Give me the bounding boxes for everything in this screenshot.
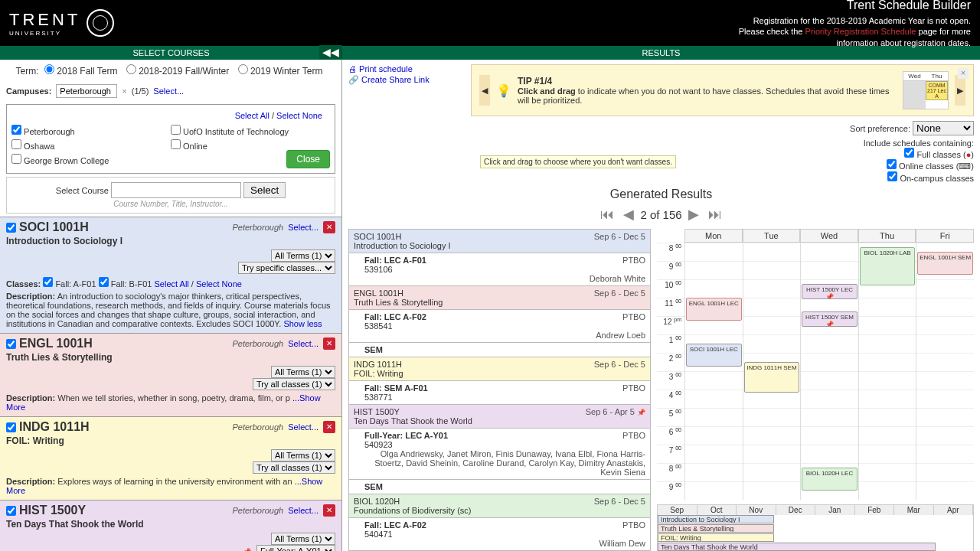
term-opt-1[interactable]: 2018-2019 Fall/Winter — [126, 66, 229, 77]
course-select-link[interactable]: Select... — [288, 339, 318, 348]
term-dropdown[interactable]: All Terms (1) — [271, 449, 335, 461]
day-column[interactable]: HIST 1500Y LEC 📌HIST 1500Y SEM 📌BIOL 102… — [800, 243, 858, 500]
course-search-input[interactable] — [111, 182, 241, 198]
schedule-item[interactable]: Full-Year: LEC A-Y01PTBO540923Olga Andri… — [348, 428, 651, 480]
campus-row: Campuses: × (1/5) Select... — [0, 81, 341, 101]
calendar-block[interactable]: INDG 1011H SEM — [744, 362, 800, 393]
schedule-item[interactable]: Fall: LEC A-F01PTBO539106Deborah White — [348, 253, 651, 286]
priority-link[interactable]: Priority Registration Schedule — [805, 27, 916, 36]
schedule-item[interactable]: SEM — [348, 479, 651, 494]
remove-course-icon[interactable]: ✕ — [323, 421, 335, 433]
tip-prev-icon[interactable]: ◀ — [479, 75, 490, 106]
top-bar: TRENT UNIVERSITY Trent Schedule Builder … — [0, 0, 980, 46]
course-card: ENGL 1001H Peterborough Select... ✕ Trut… — [0, 333, 341, 416]
tip-close-icon[interactable]: × — [958, 68, 969, 79]
schedule-item[interactable]: Sep 6 - Dec 5INDG 1011HFOIL: Writing — [348, 357, 651, 381]
schedule-item[interactable]: Sep 6 - Dec 5SOCI 1001HIntroduction to S… — [348, 229, 651, 253]
course-code: INDG 1011H — [19, 420, 90, 434]
generated-title: Generated Results — [348, 187, 974, 201]
remove-course-icon[interactable]: ✕ — [323, 337, 335, 350]
course-title: FOIL: Writing — [6, 435, 335, 446]
remove-course-icon[interactable]: ✕ — [323, 221, 335, 233]
filter-full[interactable]: Full classes (●) — [850, 148, 974, 159]
calendar-block[interactable]: SOCI 1001H LEC — [686, 344, 742, 367]
calendar-block[interactable]: ENGL 1001H LEC — [686, 298, 742, 321]
sort-select[interactable]: None — [913, 121, 974, 135]
app-title: Trent Schedule Builder — [739, 0, 971, 14]
schedule-item[interactable]: Sep 6 - Apr 5 📌HIST 1500YTen Days That S… — [348, 404, 651, 429]
term-dropdown[interactable]: All Terms (1) — [271, 366, 335, 378]
campus-close-button[interactable]: Close — [286, 150, 330, 168]
campus-opt-2[interactable]: George Brown College — [11, 154, 171, 165]
class-dropdown[interactable]: Try all classes (1) — [253, 461, 335, 474]
term-dropdown[interactable]: All Terms (1) — [271, 249, 335, 262]
print-link[interactable]: 🖨 Print schedule — [348, 64, 471, 73]
term-dropdown[interactable]: All Terms (1) — [271, 533, 335, 545]
calendar-block[interactable]: HIST 1500Y LEC 📌 — [802, 284, 858, 299]
schedule-item[interactable]: Sep 6 - Dec 5ENGL 1001HTruth Lies & Stor… — [348, 285, 651, 310]
share-link[interactable]: 🔗 Create Share Link — [348, 75, 471, 85]
campus-opt-4[interactable]: Online — [171, 139, 330, 151]
remove-course-icon[interactable]: ✕ — [323, 504, 335, 517]
month-bar: Introduction to Sociology I — [658, 515, 774, 523]
section-band: SELECT COURSES ◀◀ RESULTS — [0, 46, 980, 60]
band-select: SELECT COURSES ◀◀ — [0, 46, 342, 60]
brand-seal-icon — [87, 9, 114, 37]
term-opt-2[interactable]: 2019 Winter Term — [238, 66, 323, 77]
band-results: RESULTS — [342, 46, 980, 60]
left-panel: Term: 2018 Fall Term 2018-2019 Fall/Wint… — [0, 60, 342, 551]
campus-select-link[interactable]: Select... — [153, 86, 184, 96]
calendar-block[interactable]: ENGL 1001H SEM — [917, 252, 973, 275]
course-check[interactable] — [6, 339, 16, 349]
term-opt-0[interactable]: 2018 Fall Term — [44, 66, 118, 77]
pager-prev-icon[interactable]: ◀ — [623, 207, 634, 222]
campus-opt-0[interactable]: Peterborough — [11, 125, 171, 136]
course-check[interactable] — [6, 422, 16, 432]
pager-next-icon[interactable]: ▶ — [688, 207, 699, 222]
class-dropdown[interactable]: Try specific classes... — [238, 262, 335, 274]
schedule-item[interactable]: SEM — [348, 342, 651, 357]
course-code: HIST 1500Y — [19, 504, 86, 517]
course-select-link[interactable]: Select... — [288, 223, 318, 232]
class-dropdown[interactable]: Try all classes (1) — [253, 378, 335, 390]
course-select-link[interactable]: Select... — [288, 506, 318, 515]
class-dropdown[interactable]: Full-Year: A-Y01 — [256, 545, 335, 551]
schedule-item[interactable]: Sep 6 - Dec 5BIOL 1020HFoundations of Bi… — [348, 494, 651, 518]
pager-first-icon[interactable]: ⏮ — [600, 207, 614, 222]
schedule-item[interactable]: Fall: LEC A-F02PTBO540471William Dew — [348, 517, 651, 551]
show-toggle[interactable]: Show less — [283, 319, 322, 328]
campus-opt-3[interactable]: UofO Institute of Technology — [171, 125, 330, 136]
course-search-button[interactable]: Select — [243, 182, 286, 198]
schedule-item[interactable]: Fall: LEC A-F02PTBO538541Andrew Loeb — [348, 309, 651, 343]
tip-next-icon[interactable]: ▶ — [955, 75, 965, 106]
campus-chip[interactable] — [56, 84, 117, 98]
calendar[interactable]: MonTueWedThuFri 8 009 0010 0011 0012 pm1… — [657, 229, 974, 551]
day-column[interactable]: INDG 1011H SEM — [743, 243, 801, 500]
day-column[interactable]: ENGL 1001H SEM — [916, 243, 974, 500]
course-check[interactable] — [6, 223, 16, 233]
course-card: HIST 1500Y Peterborough Select... ✕ Ten … — [0, 500, 341, 551]
campus-select-all[interactable]: Select All — [235, 111, 270, 120]
campus-opt-1[interactable]: Oshawa — [11, 139, 171, 151]
collapse-left-icon[interactable]: ◀◀ — [319, 45, 342, 59]
day-column[interactable]: BIOL 1020H LAB — [858, 243, 916, 500]
term-selector: Term: 2018 Fall Term 2018-2019 Fall/Wint… — [0, 60, 341, 81]
filter-online[interactable]: Online classes (⌨) — [850, 159, 974, 171]
schedule-list: Sep 6 - Dec 5SOCI 1001HIntroduction to S… — [348, 229, 651, 551]
calendar-block[interactable]: BIOL 1020H LEC — [802, 468, 858, 491]
pager: ⏮ ◀ 2 of 156 ▶ ⏭ — [348, 206, 974, 223]
schedule-item[interactable]: Fall: SEM A-F01PTBO538771 — [348, 380, 651, 405]
campus-select-none[interactable]: Select None — [276, 111, 322, 120]
month-bar: Truth Lies & Storytelling — [658, 524, 774, 533]
filter-oncampus[interactable]: On-campus classes — [850, 171, 974, 183]
calendar-block[interactable]: BIOL 1020H LAB — [860, 247, 916, 285]
campus-dropdown: Select All / Select None Peterborough Os… — [6, 104, 335, 174]
course-check[interactable] — [6, 506, 16, 516]
day-header: Fri — [916, 229, 974, 243]
course-select-link[interactable]: Select... — [288, 422, 318, 432]
campus-remove-icon[interactable]: × — [122, 86, 126, 96]
course-code: SOCI 1001H — [19, 220, 89, 234]
day-column[interactable]: ENGL 1001H LECSOCI 1001H LEC — [684, 243, 743, 500]
pager-last-icon[interactable]: ⏭ — [708, 207, 722, 222]
calendar-block[interactable]: HIST 1500Y SEM 📌 — [802, 311, 858, 327]
